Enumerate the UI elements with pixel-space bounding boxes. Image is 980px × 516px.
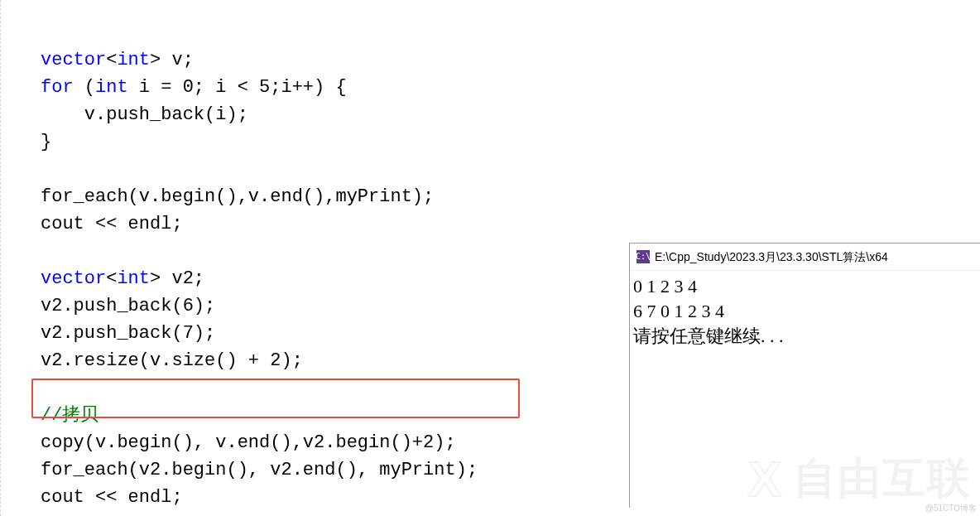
code-token: ( (74, 77, 95, 98)
code-token: v.push_back(i); (41, 104, 248, 125)
code-token: vector (41, 50, 106, 70)
code-token: > (150, 268, 161, 289)
code-editor[interactable]: vector<int> v;for (int i = 0; i < 5;i++)… (0, 0, 629, 516)
code-token: for_each(v.begin(),v.end(),myPrint); (41, 186, 434, 207)
code-line[interactable]: v2.resize(v.size() + 2); (41, 347, 629, 374)
code-token: int (117, 50, 150, 70)
code-token: v2.resize(v.size() + 2); (41, 350, 303, 371)
code-line[interactable]: } (41, 128, 629, 156)
code-token: for (41, 77, 74, 98)
highlight-box (31, 379, 520, 418)
code-token: copy(v.begin(), v.end(),v2.begin()+2); (41, 432, 456, 453)
console-titlebar[interactable]: C:\ E:\Cpp_Study\2023.3月\23.3.30\STL算法\x… (630, 244, 980, 271)
code-line[interactable]: copy(v.begin(), v.end(),v2.begin()+2); (41, 429, 629, 456)
code-line[interactable]: cout << endl; (41, 210, 629, 238)
code-token: v2; (161, 268, 204, 289)
console-title: E:\Cpp_Study\2023.3月\23.3.30\STL算法\x64 (655, 244, 888, 270)
code-token: cout << endl; (41, 214, 183, 234)
code-token: > (150, 50, 161, 70)
console-window: C:\ E:\Cpp_Study\2023.3月\23.3.30\STL算法\x… (629, 243, 980, 508)
code-token: } (41, 132, 51, 152)
code-line[interactable]: for (int i = 0; i < 5;i++) { (41, 74, 629, 101)
code-token: for_each(v2.begin(), v2.end(), myPrint); (41, 460, 478, 480)
code-token: v2.push_back(7); (41, 323, 215, 344)
code-line[interactable]: v.push_back(i); (41, 101, 629, 128)
code-token: vector (41, 268, 106, 289)
code-line[interactable]: for_each(v.begin(),v.end(),myPrint); (41, 183, 629, 210)
code-line[interactable]: v2.push_back(6); (41, 292, 629, 320)
code-line[interactable]: cout << endl; (41, 484, 629, 511)
code-token: v2.push_back(6); (41, 296, 215, 316)
code-line[interactable]: vector<int> v2; (41, 265, 629, 292)
code-line[interactable] (41, 156, 629, 183)
console-output[interactable]: 0 1 2 3 4 6 7 0 1 2 3 4 请按任意键继续. . . (630, 271, 980, 352)
code-token: < (106, 268, 117, 289)
code-token: int (95, 77, 128, 98)
code-line[interactable]: for_each(v2.begin(), v2.end(), myPrint); (41, 456, 629, 484)
code-token: v; (161, 50, 194, 70)
code-token: < (106, 50, 117, 70)
console-icon: C:\ (637, 250, 650, 263)
code-token: int (117, 268, 150, 289)
code-line[interactable]: v2.push_back(7); (41, 320, 629, 347)
code-line[interactable] (41, 238, 629, 265)
code-token: cout << endl; (41, 487, 183, 508)
code-token: i = 0; i < 5;i++) { (128, 77, 347, 98)
code-line[interactable]: vector<int> v; (41, 46, 629, 74)
